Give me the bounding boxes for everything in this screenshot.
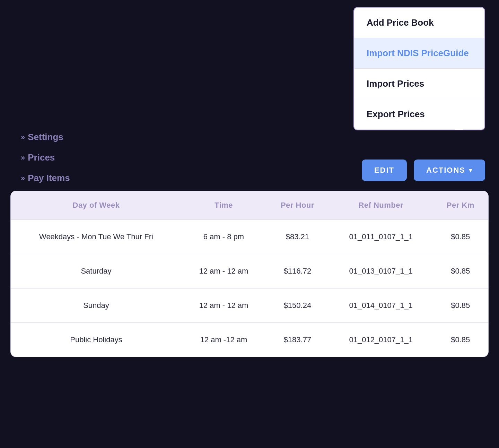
table-row[interactable]: Weekdays - Mon Tue We Thur Fri 6 am - 8 …	[11, 220, 488, 254]
actions-button-label: ACTIONS	[426, 166, 465, 175]
col-header-per-hour: Per Hour	[266, 191, 329, 220]
cell-time-0: 6 am - 8 pm	[182, 220, 266, 254]
sidebar-label-prices: Prices	[28, 152, 55, 163]
table-row[interactable]: Saturday 12 am - 12 am $116.72 01_013_01…	[11, 254, 488, 288]
chevron-double-right-icon: »	[21, 133, 24, 142]
cell-time-1: 12 am - 12 am	[182, 254, 266, 288]
cell-ref-number-1: 01_013_0107_1_1	[329, 254, 433, 288]
chevron-double-right-icon-3: »	[21, 174, 24, 183]
chevron-double-right-icon-2: »	[21, 153, 24, 162]
cell-time-3: 12 am -12 am	[182, 323, 266, 357]
cell-day-3: Public Holidays	[11, 323, 182, 357]
cell-ref-number-3: 01_012_0107_1_1	[329, 323, 433, 357]
prices-table-container: Day of Week Time Per Hour Ref Number Per…	[10, 191, 489, 357]
col-header-per-km: Per Km	[433, 191, 488, 220]
chevron-down-icon: ▾	[469, 166, 473, 174]
actions-button[interactable]: ACTIONS ▾	[414, 160, 485, 181]
cell-day-1: Saturday	[11, 254, 182, 288]
table-body: Weekdays - Mon Tue We Thur Fri 6 am - 8 …	[11, 220, 488, 357]
cell-per-km-3: $0.85	[433, 323, 488, 357]
cell-per-km-1: $0.85	[433, 254, 488, 288]
cell-day-2: Sunday	[11, 288, 182, 323]
cell-day-0: Weekdays - Mon Tue We Thur Fri	[11, 220, 182, 254]
cell-per-hour-1: $116.72	[266, 254, 329, 288]
col-header-ref-number: Ref Number	[329, 191, 433, 220]
sidebar-item-prices[interactable]: » Prices	[21, 152, 70, 163]
cell-per-km-0: $0.85	[433, 220, 488, 254]
dropdown-item-import-ndis[interactable]: Import NDIS PriceGuide	[354, 38, 484, 69]
sidebar-nav: » Settings » Prices » Pay Items	[21, 132, 70, 183]
actions-dropdown-menu: Add Price Book Import NDIS PriceGuide Im…	[353, 7, 485, 130]
col-header-day: Day of Week	[11, 191, 182, 220]
page-container: » Settings » Prices » Pay Items Add Pric…	[0, 0, 499, 448]
dropdown-item-add-price-book[interactable]: Add Price Book	[354, 8, 484, 38]
edit-button[interactable]: EDIT	[362, 160, 407, 181]
prices-table: Day of Week Time Per Hour Ref Number Per…	[11, 191, 488, 357]
cell-per-km-2: $0.85	[433, 288, 488, 323]
sidebar-item-pay-items[interactable]: » Pay Items	[21, 173, 70, 183]
dropdown-tail	[454, 130, 464, 130]
cell-per-hour-3: $183.77	[266, 323, 329, 357]
cell-per-hour-0: $83.21	[266, 220, 329, 254]
dropdown-item-export-prices[interactable]: Export Prices	[354, 99, 484, 130]
table-header: Day of Week Time Per Hour Ref Number Per…	[11, 191, 488, 220]
cell-ref-number-2: 01_014_0107_1_1	[329, 288, 433, 323]
col-header-time: Time	[182, 191, 266, 220]
table-row[interactable]: Public Holidays 12 am -12 am $183.77 01_…	[11, 323, 488, 357]
sidebar-label-pay-items: Pay Items	[28, 173, 70, 183]
cell-time-2: 12 am - 12 am	[182, 288, 266, 323]
dropdown-item-import-prices[interactable]: Import Prices	[354, 69, 484, 99]
action-buttons-group: EDIT ACTIONS ▾	[362, 160, 485, 181]
sidebar-label-settings: Settings	[28, 132, 63, 143]
dropdown-tail-inner	[455, 129, 463, 130]
cell-per-hour-2: $150.24	[266, 288, 329, 323]
cell-ref-number-0: 01_011_0107_1_1	[329, 220, 433, 254]
table-row[interactable]: Sunday 12 am - 12 am $150.24 01_014_0107…	[11, 288, 488, 323]
sidebar-item-settings[interactable]: » Settings	[21, 132, 70, 143]
